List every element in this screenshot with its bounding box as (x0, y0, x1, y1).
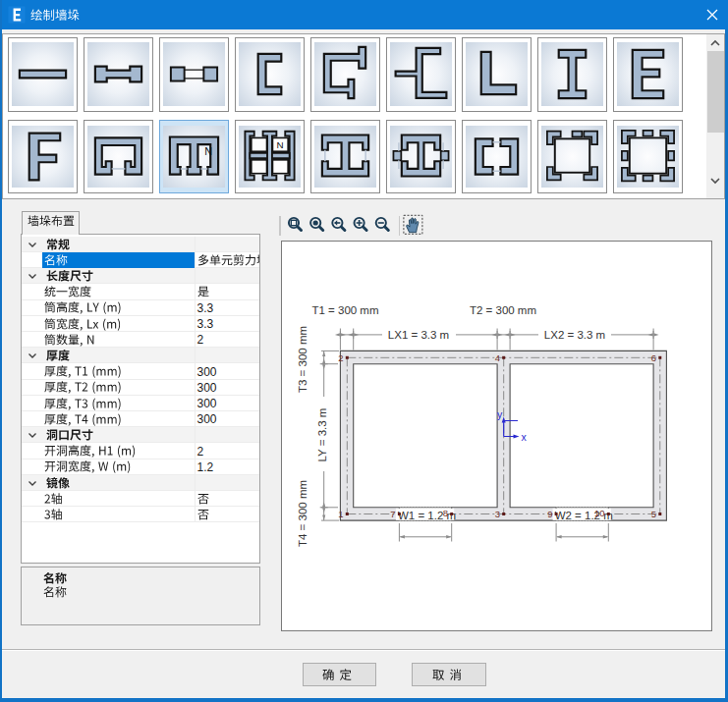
svg-text:10: 10 (594, 508, 605, 518)
svg-text:LX1 = 3.3 m: LX1 = 3.3 m (388, 329, 449, 341)
svg-text:x: x (522, 431, 528, 443)
svg-text:T3 = 300 mm: T3 = 300 mm (297, 326, 308, 393)
svg-text:9: 9 (547, 509, 552, 519)
svg-text:N: N (276, 139, 283, 150)
svg-text:8: 8 (443, 508, 448, 518)
svg-text:1: 1 (338, 509, 343, 519)
svg-text:T4 = 300 mm: T4 = 300 mm (297, 480, 308, 547)
svg-text:N: N (204, 144, 212, 156)
svg-text:3: 3 (495, 509, 500, 519)
svg-text:5: 5 (651, 509, 656, 519)
svg-text:LY = 3.3 m: LY = 3.3 m (316, 408, 328, 462)
svg-text:y: y (497, 408, 503, 420)
svg-text:T2 = 300 mm: T2 = 300 mm (470, 304, 536, 316)
svg-text:7: 7 (390, 509, 395, 519)
svg-text:LX2 = 3.3 m: LX2 = 3.3 m (544, 329, 605, 341)
svg-text:4: 4 (495, 352, 500, 363)
svg-text:2: 2 (338, 352, 343, 363)
svg-text:6: 6 (651, 352, 656, 363)
svg-text:T1 = 300 mm: T1 = 300 mm (311, 304, 378, 316)
